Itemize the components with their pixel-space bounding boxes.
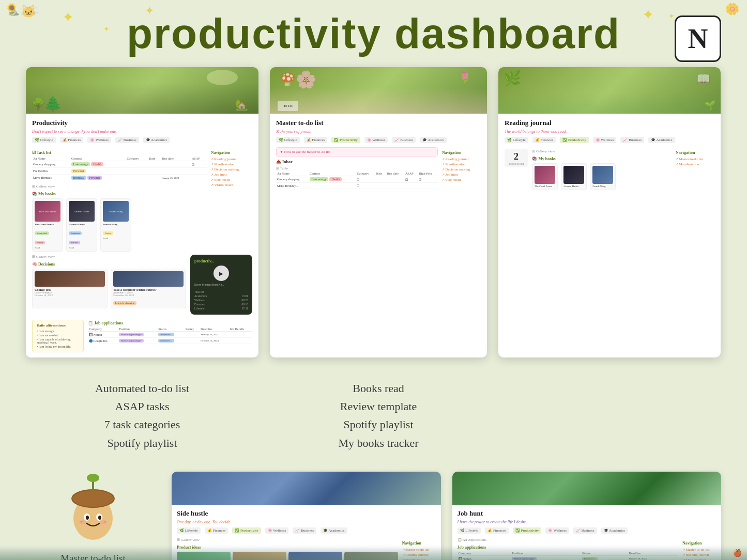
- sparkle-icon-4: ✦: [642, 8, 654, 22]
- nav-label: Navigation: [211, 150, 252, 155]
- tab-business[interactable]: 📈 Business: [115, 137, 139, 143]
- rj-tab-lifestyle[interactable]: 🌿 Lifestyle: [505, 137, 528, 143]
- how-to-label: ▼ How to use the master to-do list: [276, 147, 438, 157]
- todo-tab-business[interactable]: 📈 Business: [392, 137, 416, 143]
- todo-tab-productivity[interactable]: ✅ Productivity: [331, 137, 360, 143]
- rj-book-2[interactable]: Atomic Habits: [561, 163, 587, 190]
- todo-nav-label: Navigation: [442, 150, 481, 155]
- side-hustle-banner: ⛰️ 🌤️ 🐰: [172, 472, 441, 505]
- decisions-label: 🧠 Decisions: [32, 262, 186, 267]
- jh-tab-productivity[interactable]: ✅ Productivity: [513, 527, 541, 534]
- sh-tab-productivity[interactable]: ✅ Productivity: [232, 527, 261, 534]
- productivity-nav-tabs: 🌿 Lifestyle 💰 Finances 🌸 Wellness 📈 Busi…: [32, 137, 252, 143]
- book-item-3[interactable]: Fourth Wing Fourth Wing Fantasy Read: [100, 198, 131, 252]
- acorn-mascot: [57, 472, 129, 544]
- reading-subtitle: The world belongs to those who read.: [505, 129, 714, 134]
- overlay-row-1: Task list: [194, 290, 248, 294]
- tab-lifestyle[interactable]: 🌿 Lifestyle: [32, 137, 56, 143]
- sh-tab-academics[interactable]: 🎓 Academics: [321, 527, 347, 534]
- rj-tab-wellness[interactable]: 🌸 Wellness: [593, 137, 617, 143]
- nav-item-jobhunt[interactable]: Job hunt: [211, 172, 252, 177]
- rj-nav-todo[interactable]: Master to-do list: [676, 157, 714, 162]
- todo-nav-sidehustle[interactable]: Side hustle: [442, 177, 481, 182]
- svg-point-8: [98, 516, 101, 520]
- rj-book-3[interactable]: Fourth Wing: [590, 163, 616, 190]
- tab-wellness[interactable]: 🌸 Wellness: [87, 137, 111, 143]
- table-row: Grocery shopping Low energyHealth ☑: [32, 161, 207, 168]
- todo-tab-wellness[interactable]: 🌸 Wellness: [364, 137, 388, 143]
- rj-tab-academics[interactable]: 🎓 Academics: [648, 137, 675, 143]
- books-stat: 2 Books Read ⊞ Gallery view 📚 My books T…: [505, 149, 672, 190]
- job-apps-section: 📋 Job applications CompanyPositionStatus…: [88, 318, 252, 352]
- book-item-1[interactable]: The Cruel Prince The Cruel Prince Young …: [32, 198, 63, 252]
- reading-nav-tabs: 🌿 Lifestyle 💰 Finances ✅ Productivity 🌸 …: [505, 137, 714, 143]
- rj-nav-manifestation[interactable]: Manifestation: [676, 162, 714, 167]
- sh-tab-finances[interactable]: 💰 Finances: [205, 527, 228, 534]
- master-todo-card[interactable]: 🍄 🌸 🌷 To Do Master to-do list Make yours…: [270, 67, 487, 357]
- aff-item-1: I am enough.: [37, 329, 79, 333]
- rj-tab-business[interactable]: 📈 Business: [620, 137, 644, 143]
- productivity-inner: Productivity Don't expect to see a chang…: [26, 114, 258, 357]
- side-hustle-subtitle: One day, or day one. You decide.: [177, 520, 436, 524]
- reading-feature-text: Books read Review template Spotify playl…: [338, 379, 418, 452]
- tab-finances[interactable]: 💰 Finances: [60, 137, 84, 143]
- sh-tab-wellness[interactable]: 🌸 Wellness: [265, 527, 289, 534]
- jh-tab-academics[interactable]: 🎓 Academics: [601, 527, 628, 534]
- todo-nav-list: Reading journal Manifestation Decision m…: [442, 157, 481, 182]
- job-hunt-card[interactable]: 🌻 🐱 🌼 🍎 Job hunt I have the power to cre…: [452, 472, 722, 560]
- job-hunt-title: Job hunt: [458, 509, 716, 518]
- reading-journal-card[interactable]: 🌿 📖 🌱 Reading journal The world belongs …: [498, 67, 721, 357]
- job-hunt-banner: 🌻 🐱 🌼 🍎: [452, 472, 722, 505]
- nav-item-manifestation[interactable]: Manifestation: [211, 162, 252, 167]
- todo-nav-reading[interactable]: Reading journal: [442, 157, 481, 162]
- sh-tab-business[interactable]: 📈 Business: [293, 527, 316, 534]
- rj-nav-label: Navigation: [676, 150, 714, 155]
- daily-affirmations: Daily affirmations: I am enough. I am su…: [32, 320, 84, 352]
- sh-tab-lifestyle[interactable]: 🌿 Lifestyle: [177, 527, 201, 534]
- nav-item-reading[interactable]: Reading journal: [211, 157, 252, 162]
- overlay-row-5: Lifestyle07:11: [194, 306, 248, 310]
- jh-tab-lifestyle[interactable]: 🌿 Lifestyle: [458, 527, 481, 534]
- table-row: Move Birthday BirthdayPersonal August 16…: [32, 175, 207, 181]
- decision-card-2[interactable]: Take a computer science course? Academic…: [111, 269, 186, 308]
- todo-feature-text: Automated to-do list ASAP tasks 7 task c…: [95, 379, 189, 452]
- jh-tab-wellness[interactable]: 🌸 Wellness: [545, 527, 569, 534]
- table-label: ⊞ Table: [276, 166, 438, 170]
- main-content-grid: 🌳 🌲 🏡 Productivity Don't expect to see a…: [0, 58, 747, 462]
- todo-nav-decision[interactable]: Decision making: [442, 167, 481, 172]
- todo-nav-manifestation[interactable]: Manifestation: [442, 162, 481, 167]
- nav-item-visionboard[interactable]: Vision Board: [211, 182, 252, 188]
- rj-tab-finances[interactable]: 💰 Finances: [532, 137, 556, 143]
- todo-tab-finances[interactable]: 💰 Finances: [304, 137, 328, 143]
- todo-subtitle: Make yourself proud.: [276, 129, 481, 134]
- rj-tab-productivity[interactable]: ✅ Productivity: [560, 137, 588, 143]
- side-hustle-title: Side hustle: [177, 509, 436, 518]
- todo-tab-academics[interactable]: 🎓 Academics: [420, 137, 446, 143]
- jh-tab-finances[interactable]: 💰 Finances: [485, 527, 509, 534]
- book-item-2[interactable]: Atomic Habits Atomic Habits NonfictionSe…: [66, 198, 97, 252]
- tab-academics[interactable]: 🎓 Academics: [143, 137, 170, 143]
- anime-character-icon: 🧍‍♀️: [248, 391, 258, 440]
- title-area: ✦ ✦ ✦ ✦ ✦ ✦ productivity dashboard: [0, 0, 747, 58]
- todo-tab-lifestyle[interactable]: 🌿 Lifestyle: [276, 137, 300, 143]
- todo-nav-jobhunt[interactable]: Job hunt: [442, 172, 481, 177]
- productivity-card[interactable]: 🌳 🌲 🏡 Productivity Don't expect to see a…: [26, 67, 258, 357]
- jh-tab-business[interactable]: 📈 Business: [573, 527, 597, 534]
- jh-all-apps: 📋 All Applications: [458, 538, 679, 542]
- job-hunt-subtitle: I have the power to create the life I de…: [458, 520, 716, 524]
- play-button[interactable]: ▶: [214, 266, 229, 281]
- nav-item-sidehustle[interactable]: Side hustle: [211, 177, 252, 182]
- aff-item-3: I am capable of achieving anything I wan…: [37, 337, 79, 345]
- rj-book-1[interactable]: The Cruel Prince: [532, 163, 558, 190]
- book-gallery: The Cruel Prince The Cruel Prince Young …: [32, 198, 207, 252]
- rj-book-gallery: The Cruel Prince Atomic Habits Fourth Wi…: [532, 163, 672, 190]
- todo-row-2: Make Birthday... ☐: [276, 183, 438, 189]
- decision-card-1[interactable]: Change job? Career · Finance October 14,…: [32, 269, 108, 308]
- books-read-stat: 2 Books Read: [505, 149, 528, 167]
- svg-point-4: [87, 474, 99, 482]
- svg-point-11: [81, 521, 82, 522]
- books-read-count: 2: [509, 151, 524, 162]
- svg-point-2: [72, 490, 114, 507]
- nav-item-decision[interactable]: Decision making: [211, 167, 252, 172]
- table-row: Fix the tiles Personal: [32, 168, 207, 175]
